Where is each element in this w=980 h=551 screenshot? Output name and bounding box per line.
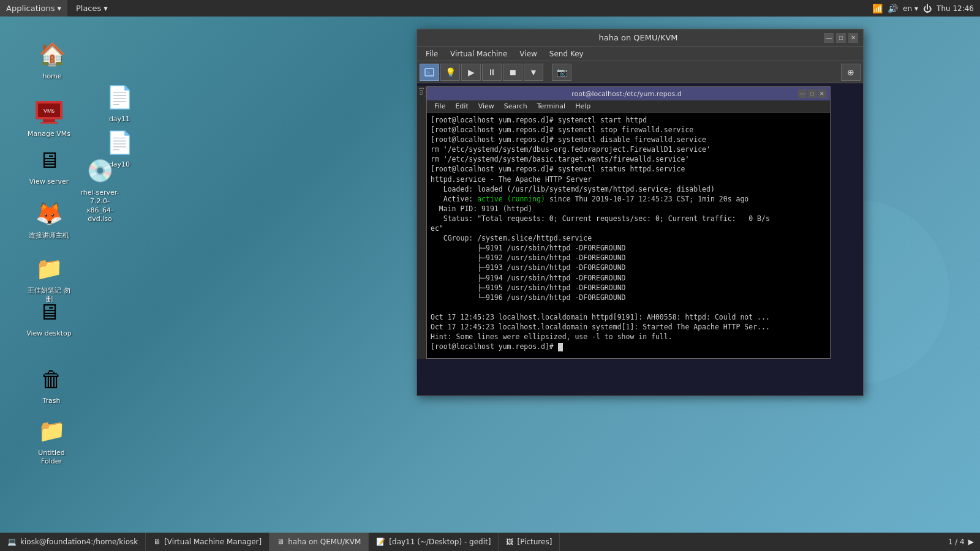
term-line-1: [root@localhost yum.repos.d]# systemctl … [431,115,826,125]
qemu-toolbar-stop-btn[interactable]: ⏹ [503,64,522,81]
qemu-toolbar: >_ 💡 ▶ ⏸ ⏹ ▼ 📷 ⊕ [417,61,863,83]
term-line-3: [root@localhost yum.repos.d]# systemctl … [431,135,826,144]
qemu-toolbar-screenshot-btn[interactable]: 📷 [552,64,571,81]
rhel-iso-icon-label: rhel-server-7.2.0-x86_64-dvd.iso [75,188,124,224]
connect-teacher-icon-label: 连接讲师主机 [27,231,71,241]
inner-menu-search[interactable]: Search [499,102,532,111]
network-icon: 📶 [872,4,883,13]
term-line-22: Oct 17 12:45:23 localhost.localdomain sy… [431,322,826,332]
taskbar-pictures-label: [Pictures] [517,538,552,546]
desktop-icon-home[interactable]: 🏠 home [28,40,77,81]
desktop-icon-trash[interactable]: 🗑 Trash [27,364,76,406]
qemu-toolbar-run-btn[interactable]: ▶ [461,64,481,81]
qemu-maximize-button[interactable]: □ [836,33,846,43]
inner-menu-terminal[interactable]: Terminal [532,102,571,111]
power-icon[interactable]: ⏻ [923,4,932,13]
qemu-menu-send-key[interactable]: Send Key [543,48,590,59]
term-line-10: Main PID: 9191 (httpd) [431,204,826,214]
term-line-12: ec" [431,223,826,233]
places-menu[interactable]: Places ▾ [70,0,114,17]
desktop-icon-view-desktop[interactable]: 🖥 View desktop [24,297,74,339]
qemu-window-buttons: — □ ✕ [824,33,858,43]
taskbar-item-kiosk[interactable]: 💻 kiosk@foundation4:/home/kiosk [0,533,146,551]
svg-rect-3 [40,122,58,124]
screenshot-icon: 📷 [557,67,567,77]
inner-close-button[interactable]: ✕ [818,89,826,98]
inner-menu-edit[interactable]: Edit [450,102,473,111]
view-server-icon-img: 🖥 [34,145,64,174]
inner-menu-view[interactable]: View [473,102,499,111]
taskbar-item-pictures[interactable]: 🖼 [Pictures] [499,533,560,551]
desktop-icon-view-server[interactable]: 🖥 View server [24,145,74,187]
term-line-7: httpd.service - The Apache HTTP Server [431,174,826,184]
qemu-toolbar-pause-btn[interactable]: ⏸ [482,64,502,81]
day11-icon-img: 📄 [105,83,134,112]
taskbar-page-info: 1 / 4 [948,538,965,546]
inner-menubar: File Edit View Search Terminal Help [427,100,830,113]
desktop-icon-rhel-iso[interactable]: 💿 rhel-server-7.2.0-x86_64-dvd.iso [72,156,127,224]
trash-icon-img: 🗑 [37,364,66,394]
scale-icon: ⊕ [847,67,854,77]
clock: Thu 12:46 [937,4,974,13]
taskbar-haha-icon: 🖥 [277,538,284,546]
qemu-toolbar-dropdown-btn[interactable]: ▼ [524,64,543,81]
untitled-folder-icon-img: 📁 [37,416,66,446]
qemu-toolbar-console-btn[interactable]: >_ [420,64,439,81]
applications-menu[interactable]: Applications ▾ [0,0,67,17]
notes-icon-img: 📁 [34,254,64,283]
volume-icon: 🔊 [888,4,898,13]
desktop-icon-manage-vms[interactable]: VMs Manage VMs [24,97,74,139]
inner-title: root@localhost:/etc/yum.repos.d [455,90,798,98]
inner-menu-file[interactable]: File [429,102,450,111]
taskbar-right: 1 / 4 ▶ [948,538,980,546]
taskbar-item-haha-kvm[interactable]: 🖥 haha on QEMU/KVM [270,533,369,551]
pause-icon: ⏸ [488,67,496,77]
inner-maximize-button[interactable]: □ [808,89,816,98]
taskbar-gedit-label: [day11 (~/Desktop) - gedit] [389,538,491,546]
inner-terminal-window: root@localhost:/etc/yum.repos.d — □ ✕ Fi… [426,86,831,359]
taskbar-item-day11-gedit[interactable]: 📝 [day11 (~/Desktop) - gedit] [369,533,499,551]
term-line-6: [root@localhost yum.repos.d]# systemctl … [431,164,826,174]
qemu-menu-file[interactable]: File [420,48,444,59]
home-icon-label: home [40,72,63,81]
qemu-close-button[interactable]: ✕ [848,33,858,43]
svg-text:>_: >_ [427,70,432,75]
inner-window-buttons: — □ ✕ [798,89,826,98]
terminal-output[interactable]: [root@localhost yum.repos.d]# systemctl … [427,113,830,358]
qemu-window: haha on QEMU/KVM — □ ✕ File Virtual Mach… [417,29,864,396]
term-line-24: [root@localhost yum.repos.d]# [431,342,826,351]
day10-icon-img: 📄 [105,128,134,157]
language-label: en [903,4,912,13]
language-indicator[interactable]: en ▾ [903,4,918,13]
qemu-menu-virtual-machine[interactable]: Virtual Machine [444,48,513,59]
qemu-toolbar-scale-btn[interactable]: ⊕ [841,64,861,81]
taskbar: 💻 kiosk@foundation4:/home/kiosk 🖥 [Virtu… [0,533,980,551]
taskbar-arrow-icon[interactable]: ▶ [968,538,974,546]
terminal-cursor [558,343,563,351]
term-line-9: Active: active (running) since Thu 2019-… [431,194,826,204]
active-status: active (running) [477,195,545,203]
qemu-titlebar: haha on QEMU/KVM — □ ✕ [417,29,863,47]
taskbar-pictures-icon: 🖼 [506,538,513,546]
desktop: 🏠 home 📄 day11 VMs Manage VMs 📄 day10 🖥 … [0,17,980,534]
inner-menu-help[interactable]: Help [570,102,595,111]
qemu-toolbar-light-btn[interactable]: 💡 [440,64,460,81]
qemu-content: File [ro Fil /de dev tmp [ro tmp /de x86… [417,83,863,395]
desktop-icon-untitled-folder[interactable]: 📁 Untitled Folder [27,416,76,467]
day11-icon-label: day11 [107,114,132,124]
term-line-11: Status: "Total requests: 0; Current requ… [431,214,826,223]
qemu-menu-view[interactable]: View [513,48,543,59]
taskbar-item-vmm[interactable]: 🖥 [Virtual Machine Manager] [146,533,270,551]
desktop-icon-day11[interactable]: 📄 day11 [95,83,144,124]
qemu-minimize-button[interactable]: — [824,33,834,43]
top-panel-right: 📶 🔊 en ▾ ⏻ Thu 12:46 [872,4,980,13]
desktop-icon-connect-teacher[interactable]: 🦊 连接讲师主机 [24,199,74,241]
inner-minimize-button[interactable]: — [798,89,807,98]
top-panel: Applications ▾ Places ▾ 📶 🔊 en ▾ ⏻ Thu 1… [0,0,980,17]
term-line-13: CGroup: /system.slice/httpd.service [431,233,826,243]
top-panel-left: Applications ▾ Places ▾ [0,0,114,17]
term-line-18: ├─9195 /usr/sbin/httpd -DFOREGROUND [431,283,826,293]
term-line-21: Oct 17 12:45:23 localhost.localdomain ht… [431,312,826,322]
qemu-title: haha on QEMU/KVM [453,33,824,42]
trash-icon-label: Trash [40,396,62,406]
